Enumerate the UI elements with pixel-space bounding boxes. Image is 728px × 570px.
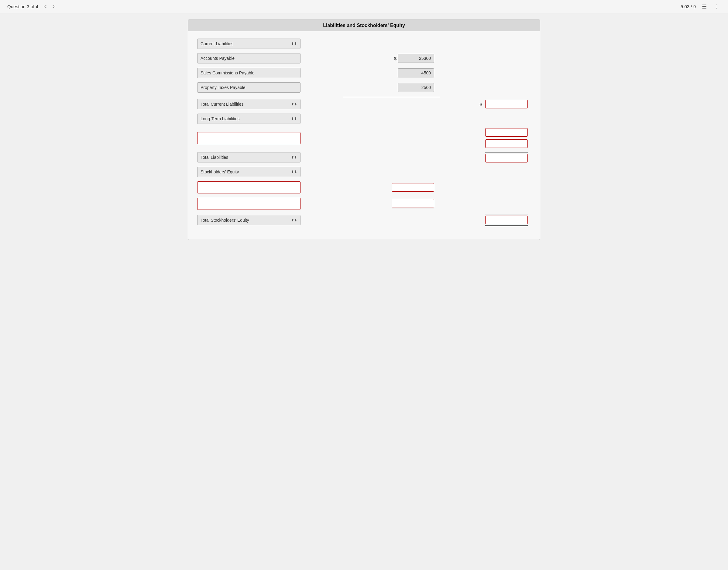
mid-area-sales-commissions: 4500 — [343, 68, 440, 77]
more-icon[interactable]: ⋮ — [713, 3, 721, 11]
label-area-accounts-payable: Accounts Payable — [197, 53, 343, 63]
se-mid-2 — [343, 199, 440, 209]
row-long-term-liabilities: Long-Term Liabilities ⬆⬇ — [197, 113, 531, 124]
dollar-sign-ap: $ — [394, 56, 396, 61]
label-area-total-se: Total Stockholders' Equity ⬆⬇ — [197, 215, 343, 225]
total-se-dropdown[interactable]: Total Stockholders' Equity ⬆⬇ — [197, 215, 301, 225]
label-area-stockholders: Stockholders' Equity ⬆⬇ — [197, 167, 343, 177]
question-nav: Question 3 of 4 < > — [7, 3, 57, 10]
divider-row-1 — [197, 97, 531, 97]
se-input-1-value[interactable] — [392, 183, 434, 192]
sales-commissions-value: 4500 — [398, 68, 434, 77]
total-liabilities-input[interactable] — [485, 154, 528, 163]
list-icon[interactable]: ☰ — [701, 3, 708, 11]
prev-button[interactable]: < — [42, 3, 48, 10]
accounts-payable-value: 25300 — [398, 54, 434, 63]
label-area-total-liabilities: Total Liabilities ⬆⬇ — [197, 152, 343, 163]
current-liabilities-label: Current Liabilities — [201, 41, 233, 46]
se-input-2-label-field[interactable] — [197, 198, 301, 210]
row-se-input-1 — [197, 181, 531, 194]
right-area-total-current: $ — [440, 100, 531, 108]
row-accounts-payable: Accounts Payable $ 25300 — [197, 53, 531, 63]
chevron-icon-2: ⬆⬇ — [291, 102, 297, 106]
long-term-input-label-area — [197, 132, 343, 144]
total-current-input[interactable] — [485, 100, 528, 108]
label-area-long-term: Long-Term Liabilities ⬆⬇ — [197, 113, 343, 124]
chevron-icon-3: ⬆⬇ — [291, 116, 297, 121]
se-input-2-value[interactable] — [392, 199, 434, 208]
sales-commissions-label: Sales Commissions Payable — [197, 68, 301, 78]
label-area-current-liabilities: Current Liabilities ⬆⬇ — [197, 39, 343, 49]
total-se-label: Total Stockholders' Equity — [201, 218, 249, 223]
row-se-input-2 — [197, 198, 531, 210]
se-input-1-label-field[interactable] — [197, 181, 301, 194]
property-taxes-label: Property Taxes Payable — [197, 82, 301, 93]
top-bar-right: 5.03 / 9 ☰ ⋮ — [681, 3, 721, 11]
long-term-liabilities-dropdown[interactable]: Long-Term Liabilities ⬆⬇ — [197, 113, 301, 124]
double-line-total-se — [485, 225, 528, 226]
row-total-stockholders-equity: Total Stockholders' Equity ⬆⬇ — [197, 214, 531, 226]
chevron-icon-5: ⬆⬇ — [291, 170, 297, 174]
current-liabilities-dropdown[interactable]: Current Liabilities ⬆⬇ — [197, 39, 301, 49]
row-total-liabilities: Total Liabilities ⬆⬇ — [197, 152, 531, 163]
row-current-liabilities: Current Liabilities ⬆⬇ — [197, 39, 531, 49]
next-button[interactable]: > — [51, 3, 57, 10]
accounts-payable-label: Accounts Payable — [197, 53, 301, 63]
se-input-2-label-area — [197, 198, 343, 210]
chevron-icon-6: ⬆⬇ — [291, 218, 297, 222]
row-sales-commissions: Sales Commissions Payable 4500 — [197, 68, 531, 78]
score-display: 5.03 / 9 — [681, 4, 696, 9]
right-area-total-se — [440, 214, 531, 226]
question-label: Question 3 of 4 — [7, 4, 38, 9]
row-total-current-liabilities: Total Current Liabilities ⬆⬇ $ — [197, 99, 531, 109]
line-above-total-liab — [485, 153, 528, 153]
total-liabilities-dropdown[interactable]: Total Liabilities ⬆⬇ — [197, 152, 301, 163]
long-term-input-label[interactable] — [197, 132, 301, 144]
se-mid-1 — [343, 183, 440, 192]
long-term-liabilities-label: Long-Term Liabilities — [201, 116, 239, 121]
section-title: Liabilities and Stockholders' Equity — [188, 20, 540, 31]
line-under-lt-1 — [485, 138, 528, 138]
long-term-value-input-1[interactable] — [485, 128, 528, 136]
form-card: Liabilities and Stockholders' Equity Cur… — [188, 19, 540, 240]
right-area-total-liabilities — [440, 153, 531, 163]
total-se-input[interactable] — [485, 216, 528, 224]
row-stockholders-equity: Stockholders' Equity ⬆⬇ — [197, 167, 531, 177]
label-area-sales-commissions: Sales Commissions Payable — [197, 68, 343, 78]
se-input-1-label-area — [197, 181, 343, 194]
row-property-taxes: Property Taxes Payable 2500 — [197, 82, 531, 93]
chevron-icon-4: ⬆⬇ — [291, 155, 297, 160]
chevron-icon: ⬆⬇ — [291, 42, 297, 46]
property-taxes-value: 2500 — [398, 83, 434, 92]
top-bar: Question 3 of 4 < > 5.03 / 9 ☰ ⋮ — [0, 0, 728, 13]
label-area-property-taxes: Property Taxes Payable — [197, 82, 343, 93]
divider-mid — [343, 97, 440, 97]
long-term-value-input-2[interactable] — [485, 139, 528, 148]
total-liabilities-label: Total Liabilities — [201, 155, 228, 160]
nav-buttons[interactable]: < > — [42, 3, 57, 10]
right-area-long-term-input — [440, 128, 531, 148]
line-under-se-2 — [392, 209, 434, 209]
mid-area-accounts-payable: $ 25300 — [343, 54, 440, 63]
stockholders-equity-dropdown[interactable]: Stockholders' Equity ⬆⬇ — [197, 167, 301, 177]
label-area-total-current: Total Current Liabilities ⬆⬇ — [197, 99, 343, 109]
total-current-liabilities-label: Total Current Liabilities — [201, 102, 244, 106]
main-content: Liabilities and Stockholders' Equity Cur… — [0, 13, 728, 570]
row-long-term-input — [197, 128, 531, 148]
total-current-liabilities-dropdown[interactable]: Total Current Liabilities ⬆⬇ — [197, 99, 301, 109]
dollar-sign-total-current: $ — [480, 102, 482, 107]
stockholders-equity-label: Stockholders' Equity — [201, 170, 239, 174]
mid-area-property-taxes: 2500 — [343, 83, 440, 92]
